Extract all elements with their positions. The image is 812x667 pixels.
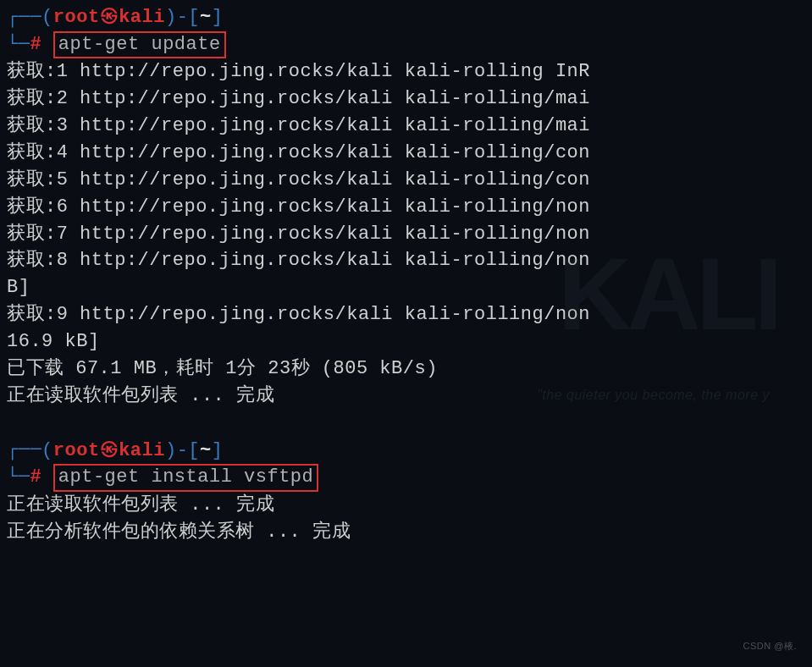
corner-bottom-icon <box>7 466 30 488</box>
corner-top-icon <box>7 7 41 28</box>
prompt-line-2-top: (root㉿kali)-[~] <box>7 437 805 465</box>
skull-icon: ㉿ <box>100 437 119 464</box>
output-line: 16.9 kB] <box>7 328 805 356</box>
output-line: B] <box>7 274 805 301</box>
output-line: 正在读取软件包列表 ... 完成 <box>7 383 805 410</box>
output-line: 已下载 67.1 MB，耗时 1分 23秒 (805 kB/s) <box>7 356 805 383</box>
close-paren: ) <box>165 7 177 28</box>
corner-bottom-icon <box>7 34 30 55</box>
output-line: 获取:6 http://repo.jing.rocks/kali kali-ro… <box>7 194 805 221</box>
prompt-line-2-bottom: # apt-get install vsftpd <box>7 464 805 492</box>
hash-prompt: # <box>30 34 41 55</box>
output-line: 正在分析软件包的依赖关系树 ... 完成 <box>7 519 805 546</box>
output-line: 获取:2 http://repo.jing.rocks/kali kali-ro… <box>7 85 805 113</box>
open-paren: ( <box>41 439 53 460</box>
prompt-host: kali <box>119 7 165 28</box>
hash-prompt: # <box>30 466 41 488</box>
dash-open-bracket: -[ <box>177 7 200 28</box>
prompt-path: ~ <box>200 7 212 28</box>
corner-top-icon <box>7 439 41 460</box>
prompt-host: kali <box>119 439 165 460</box>
command-input-1[interactable]: apt-get update <box>53 31 226 59</box>
dash-open-bracket: -[ <box>177 439 200 460</box>
output-line: 获取:8 http://repo.jing.rocks/kali kali-ro… <box>7 247 805 274</box>
prompt-path: ~ <box>200 439 212 460</box>
prompt-user: root <box>53 7 100 28</box>
csdn-watermark: CSDN @棭. <box>743 640 797 653</box>
output-line: 获取:3 http://repo.jing.rocks/kali kali-ro… <box>7 113 805 140</box>
skull-icon: ㉿ <box>100 3 119 30</box>
prompt-line-1-top: (root㉿kali)-[~] <box>7 3 805 31</box>
prompt-user: root <box>53 439 100 460</box>
close-paren: ) <box>165 439 177 460</box>
output-line: 获取:7 http://repo.jing.rocks/kali kali-ro… <box>7 221 805 248</box>
close-bracket: ] <box>212 7 224 28</box>
prompt-line-1-bottom: # apt-get update <box>7 31 805 59</box>
output-line: 获取:9 http://repo.jing.rocks/kali kali-ro… <box>7 301 805 328</box>
output-line: 获取:4 http://repo.jing.rocks/kali kali-ro… <box>7 140 805 167</box>
blank-line <box>7 410 805 437</box>
output-line: 获取:1 http://repo.jing.rocks/kali kali-ro… <box>7 58 805 85</box>
output-line: 获取:5 http://repo.jing.rocks/kali kali-ro… <box>7 167 805 194</box>
command-input-2[interactable]: apt-get install vsftpd <box>53 464 318 492</box>
close-bracket: ] <box>212 439 224 460</box>
output-line: 正在读取软件包列表 ... 完成 <box>7 492 805 519</box>
open-paren: ( <box>41 7 53 28</box>
